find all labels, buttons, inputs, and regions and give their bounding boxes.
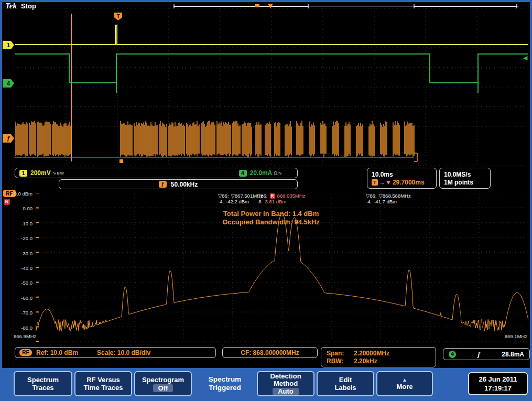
rf-trace-badge[interactable]: ƒ xyxy=(3,134,14,143)
marker-prefix: -8 xyxy=(257,199,261,204)
edit-labels-button[interactable]: Edit Labels xyxy=(317,371,374,396)
span-value: 2.20000MHz xyxy=(354,350,389,357)
marker-amplitude: -42.2 dBm xyxy=(226,199,249,204)
y-axis-label: -80.0 xyxy=(21,325,32,331)
peak-marker-readout: ▽86: ▽867.501MHz -4: -42.2 dBm xyxy=(218,193,263,204)
spectrum-traces-button[interactable]: Spectrum Traces xyxy=(14,371,72,396)
rbw-value: 2.20kHz xyxy=(354,357,377,365)
ref-level-value: Ref: 10.0 dBm xyxy=(36,349,78,356)
y-axis-label: -40.0 xyxy=(21,265,32,271)
y-axis-label: -10.0 xyxy=(21,221,32,226)
spectrogram-state-value: Off xyxy=(153,384,173,392)
span-rbw-box: Span: 2.20000MHz RBW: 2.20kHz xyxy=(321,347,436,367)
trigger-readout-box: 4 ʃ 28.8mA xyxy=(443,348,530,360)
spectrogram-button[interactable]: Spectrogram Off xyxy=(134,371,192,396)
marker-prefix: -4: xyxy=(218,199,224,204)
reference-marker-readout: ▽86: R 868.035MHz -8 -3.61 dBm xyxy=(257,193,305,204)
marker-prefix: ▽86: xyxy=(218,193,229,199)
total-power-text: Total Power in Band: 1.4 dBm xyxy=(173,210,369,218)
softkey-menu-bar: Spectrum Traces RF Versus Time Traces Sp… xyxy=(2,368,530,399)
y-axis-label: 0.00 xyxy=(23,205,33,211)
detection-method-button[interactable]: Detection Method Auto xyxy=(257,371,314,396)
rf-scale-readout-box: RF Ref: 10.0 dBm Scale: 10.0 dB/div xyxy=(15,347,216,358)
reference-marker-badge: R xyxy=(270,193,275,199)
sample-rate-value: 10.0MS/s xyxy=(444,171,471,178)
y-axis-label: -60.0 xyxy=(21,295,32,301)
ch1-coupling-icons: ∿ʙᴡ xyxy=(52,170,64,176)
window-position-icon xyxy=(255,4,259,7)
scope-screen: Tek Stop 1 4 ƒ T ◀ 1 200mV ∿ʙᴡ 4 xyxy=(2,2,530,368)
marker-amplitude: -3.61 dBm xyxy=(263,199,286,204)
ch1-scale-value: 200mV xyxy=(30,169,51,177)
ch4-scale-value: 20.0mA xyxy=(250,169,273,177)
trigger-level-arrow-icon: ◀ xyxy=(523,55,527,61)
date-value: 26 Jun 2011 xyxy=(479,375,517,384)
stop-frequency-label: 869.1MHz xyxy=(494,333,527,339)
rf-scale-value: 50.00kHz xyxy=(171,181,198,188)
y-axis-label: -20.0 xyxy=(21,235,32,241)
timebase-readout-box: 10.0ms T →▼ 29.7000ms xyxy=(367,168,437,189)
sampling-readout-box: 10.0MS/s 1M points xyxy=(439,168,491,189)
ch4-badge[interactable]: 4 xyxy=(3,79,14,88)
center-frequency-box: CF: 868.000000MHz xyxy=(222,347,318,358)
rf-footer-badge: RF xyxy=(19,349,32,356)
marker-frequency: 868.035MHz xyxy=(277,193,306,199)
start-frequency-label: 866.9MHz xyxy=(14,333,36,339)
trigger-level-value: 28.8mA xyxy=(502,351,524,358)
ch1-readout-badge: 1 xyxy=(19,170,27,177)
vertical-scale-value: Scale: 10.0 dB/div xyxy=(97,349,150,356)
y-axis-label: -50.0 xyxy=(21,280,32,286)
ch4-coupling-icons: Ω∿ xyxy=(274,170,283,176)
trigger-time-value: 29.7000ms xyxy=(393,179,425,186)
trigger-source-badge: 4 xyxy=(449,351,456,358)
y-axis-label: -70.0 xyxy=(21,310,32,316)
ch4-readout-badge: 4 xyxy=(239,170,247,177)
ch1-badge[interactable]: 1 xyxy=(3,41,14,49)
center-frequency-value: CF: 868.000000MHz xyxy=(241,349,299,356)
rf-time-trace-readout-box: ƒ 50.00kHz xyxy=(59,179,298,189)
trigger-time-icon: T xyxy=(372,179,378,186)
oscilloscope-ui: Tek Stop 1 4 ƒ T ◀ 1 200mV ∿ʙᴡ 4 xyxy=(0,0,532,401)
rbw-label: RBW: xyxy=(327,357,354,365)
marker-prefix: ▽86: xyxy=(257,193,268,199)
detection-method-value: Auto xyxy=(273,388,299,395)
span-label: Span: xyxy=(327,350,354,357)
channel-readout-box: 1 200mV ∿ʙᴡ 4 20.0mA Ω∿ xyxy=(15,168,298,178)
rf-readout-badge: ƒ xyxy=(159,181,167,188)
time-domain-waveform-display xyxy=(15,8,528,166)
marker-prefix: -4: xyxy=(366,199,372,204)
marker-frequency: ▽868.568MHz xyxy=(379,193,411,199)
more-button[interactable]: ▲ More xyxy=(376,371,433,396)
timebase-value: 10.0ms xyxy=(372,171,393,178)
occupied-bandwidth-text: Occupied Bandwidth: 94.5kHz xyxy=(173,218,369,226)
datetime-display: 26 Jun 2011 17:19:17 xyxy=(468,372,528,395)
y-axis-label: -30.0 xyxy=(21,251,32,256)
menu-title: Spectrum Triggered xyxy=(195,371,255,396)
marker-prefix: ▽86: xyxy=(366,193,377,199)
peak-marker-readout: ▽86: ▽868.568MHz -4: -41.7 dBm xyxy=(366,193,411,204)
more-up-arrow-icon: ▲ xyxy=(402,377,407,383)
rf-versus-time-traces-button[interactable]: RF Versus Time Traces xyxy=(74,371,132,396)
y-axis-label: 10.0 dBm xyxy=(11,191,32,197)
spectrum-y-axis: 10.0 dBm0.00-10.0-20.0-30.0-40.0-50.0-60… xyxy=(2,193,34,342)
record-length-value: 1M points xyxy=(444,179,473,186)
band-measurement-annotation: Total Power in Band: 1.4 dBm Occupied Ba… xyxy=(173,210,369,226)
marker-amplitude: -41.7 dBm xyxy=(374,199,397,204)
trigger-time-arrow-icon: →▼ xyxy=(379,179,392,186)
time-value: 17:19:17 xyxy=(484,384,512,393)
trigger-slope-icon: ʃ xyxy=(477,350,480,359)
